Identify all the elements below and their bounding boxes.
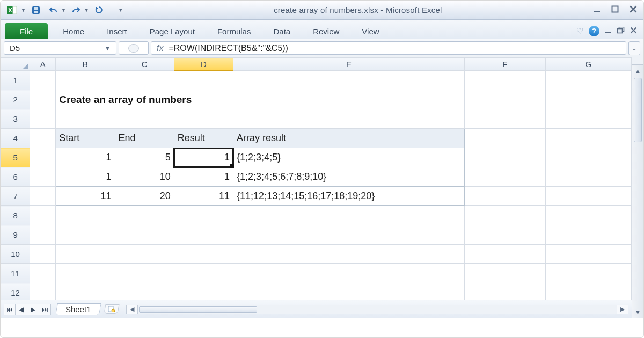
col-header-d[interactable]: D — [174, 58, 233, 71]
col-header-g[interactable]: G — [545, 58, 631, 71]
tab-formulas[interactable]: Formulas — [210, 23, 259, 39]
header-end[interactable]: End — [115, 129, 174, 148]
vscroll-up-icon[interactable]: ▲ — [632, 65, 643, 77]
workbook-close-button[interactable] — [630, 27, 637, 35]
row-header-7[interactable]: 7 — [1, 187, 30, 206]
window-title: create array of numbers.xlsx - Microsoft… — [124, 5, 592, 14]
row-header-9[interactable]: 9 — [1, 225, 30, 245]
sheet-nav-prev-icon[interactable]: ◀ — [16, 304, 27, 315]
help-icon[interactable]: ? — [589, 26, 599, 36]
row-header-5[interactable]: 5 — [1, 148, 30, 167]
formula-input[interactable]: fx =ROW(INDIRECT(B5&":"&C5)) — [151, 41, 626, 55]
workbook-restore-button[interactable] — [617, 27, 625, 35]
cell-c7[interactable]: 20 — [115, 187, 174, 206]
tab-review[interactable]: Review — [305, 23, 347, 39]
svg-rect-8 — [605, 32, 611, 33]
new-sheet-button[interactable] — [104, 304, 119, 314]
sheet-nav-next-icon[interactable]: ▶ — [27, 304, 39, 315]
sheet-nav-last-icon[interactable]: ⏭ — [39, 304, 51, 315]
row-header-1[interactable]: 1 — [1, 71, 30, 90]
hscroll-thumb[interactable] — [139, 306, 257, 313]
cell-e6[interactable]: {1;2;3;4;5;6;7;8;9;10} — [233, 167, 465, 187]
redo-button[interactable] — [69, 4, 83, 16]
vertical-scrollbar[interactable]: ▲ ▼ — [632, 57, 643, 318]
vscroll-down-icon[interactable]: ▼ — [632, 306, 643, 318]
tab-page-layout[interactable]: Page Layout — [142, 23, 202, 39]
cell-d6[interactable]: 1 — [174, 167, 233, 187]
hscroll-track[interactable] — [138, 305, 617, 314]
sheet-tab-sheet1[interactable]: Sheet1 — [55, 303, 101, 315]
sheet-title[interactable]: Create an array of numbers — [56, 90, 465, 109]
vscroll-split-box[interactable] — [632, 57, 643, 65]
formula-text: =ROW(INDIRECT(B5&":"&C5)) — [169, 43, 288, 53]
header-start[interactable]: Start — [56, 129, 115, 148]
insert-function-button[interactable] — [119, 41, 149, 55]
grid[interactable]: A B C D E F G 1 2 Create an array of num… — [1, 57, 632, 318]
row-header-3[interactable]: 3 — [1, 109, 30, 129]
row-header-6[interactable]: 6 — [1, 167, 30, 187]
col-header-f[interactable]: F — [465, 58, 545, 71]
cell-b7[interactable]: 11 — [56, 187, 115, 206]
redo-dropdown-icon[interactable]: ▼ — [84, 8, 89, 13]
title-bar: X ▼ ▼ ▼ ▾ create array of numbers.xlsx -… — [1, 1, 643, 20]
customize-qat-dropdown-icon[interactable]: ▾ — [118, 6, 124, 13]
fx-oval-icon — [128, 44, 139, 53]
cell-e5[interactable]: {1;2;3;4;5} — [233, 148, 465, 167]
fx-label-icon: fx — [157, 43, 163, 53]
vscroll-thumb[interactable] — [634, 78, 642, 142]
tab-data[interactable]: Data — [266, 23, 298, 39]
file-tab-label: File — [20, 27, 33, 36]
row-header-11[interactable]: 11 — [1, 264, 30, 283]
undo-button[interactable] — [46, 4, 60, 16]
close-button[interactable] — [628, 5, 638, 15]
col-header-b[interactable]: B — [56, 58, 115, 71]
vscroll-track[interactable] — [632, 77, 643, 306]
qat-separator — [112, 5, 112, 16]
repeat-button[interactable] — [92, 4, 106, 16]
sheet-nav-first-icon[interactable]: ⏮ — [4, 304, 16, 315]
svg-rect-10 — [618, 28, 623, 33]
row-header-10[interactable]: 10 — [1, 245, 30, 264]
row-header-8[interactable]: 8 — [1, 206, 30, 225]
svg-rect-2 — [13, 6, 17, 14]
cell-c5[interactable]: 5 — [115, 148, 174, 167]
tab-insert[interactable]: Insert — [99, 23, 135, 39]
name-box[interactable]: D5 ▼ — [4, 41, 116, 55]
save-button[interactable] — [29, 4, 43, 16]
cell-e7[interactable]: {11;12;13;14;15;16;17;18;19;20} — [233, 187, 465, 206]
cell-c6[interactable]: 10 — [115, 167, 174, 187]
row-header-2[interactable]: 2 — [1, 90, 30, 109]
col-header-c[interactable]: C — [115, 58, 174, 71]
undo-dropdown-icon[interactable]: ▼ — [61, 8, 66, 13]
name-box-dropdown-icon[interactable]: ▼ — [105, 45, 111, 52]
sheet-tab-bar: ⏮ ◀ ▶ ⏭ Sheet1 ◀ ▶ — [1, 300, 632, 318]
tab-home[interactable]: Home — [55, 23, 92, 39]
cell-b6[interactable]: 1 — [56, 167, 115, 187]
horizontal-scrollbar[interactable]: ◀ ▶ — [126, 305, 628, 314]
hscroll-right-icon[interactable]: ▶ — [617, 305, 628, 314]
cell-d5[interactable]: 1 — [174, 148, 233, 167]
hscroll-left-icon[interactable]: ◀ — [126, 305, 138, 314]
ribbon-tabs: File Home Insert Page Layout Formulas Da… — [1, 20, 643, 39]
maximize-button[interactable] — [610, 5, 620, 15]
cell-d7[interactable]: 11 — [174, 187, 233, 206]
workbook-minimize-button[interactable] — [605, 27, 612, 35]
col-header-e[interactable]: E — [233, 58, 465, 71]
quick-access-toolbar: X ▼ ▼ ▼ ▾ — [6, 4, 124, 16]
file-tab[interactable]: File — [5, 23, 48, 39]
svg-rect-7 — [612, 6, 618, 12]
sheet-tab-label: Sheet1 — [65, 305, 91, 314]
column-header-row: A B C D E F G — [1, 58, 632, 71]
expand-formula-bar-button[interactable]: ⌄ — [628, 41, 640, 55]
cell-b5[interactable]: 1 — [56, 148, 115, 167]
row-header-4[interactable]: 4 — [1, 129, 30, 148]
minimize-button[interactable] — [592, 5, 602, 15]
header-array-result[interactable]: Array result — [233, 129, 465, 148]
minimize-ribbon-icon[interactable]: ♡ — [576, 26, 583, 36]
select-all-button[interactable] — [1, 58, 30, 71]
svg-rect-6 — [594, 11, 600, 12]
col-header-a[interactable]: A — [30, 58, 56, 71]
qat-dropdown-icon[interactable]: ▼ — [21, 8, 26, 13]
header-result[interactable]: Result — [174, 129, 233, 148]
tab-view[interactable]: View — [354, 23, 386, 39]
